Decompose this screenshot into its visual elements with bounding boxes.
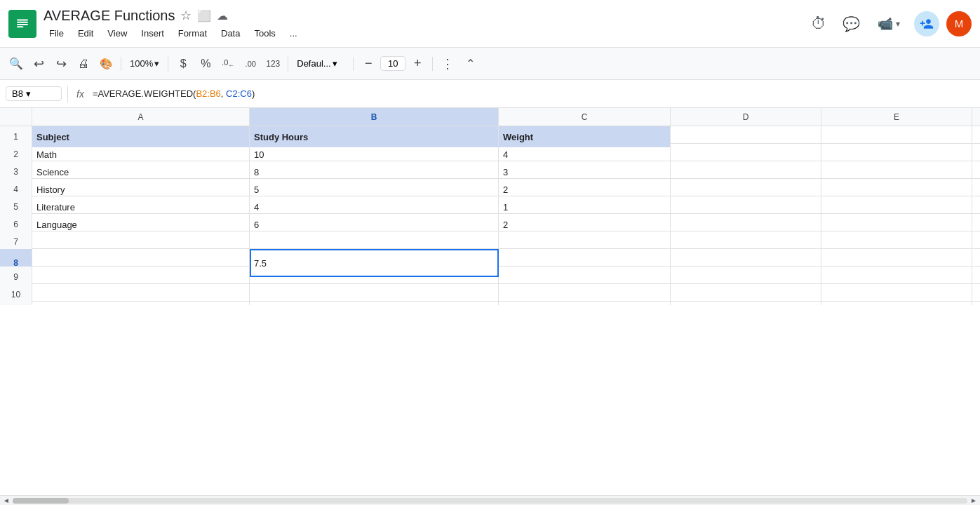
scroll-right-icon[interactable]: ►	[970, 497, 977, 504]
cell-b8[interactable]: 7.5	[250, 249, 499, 277]
row-num-header	[0, 108, 32, 126]
svg-rect-2	[17, 21, 28, 22]
fx-label: fx	[74, 88, 87, 100]
formula-close: )	[252, 88, 255, 99]
col-header-a[interactable]: A	[32, 108, 250, 126]
scroll-left-icon[interactable]: ◄	[3, 497, 10, 504]
currency-button[interactable]: $	[173, 53, 194, 74]
bottom-scrollbar[interactable]: ◄ ►	[0, 495, 980, 505]
font-selector[interactable]: Defaul... ▾	[293, 57, 349, 70]
col-header-c[interactable]: C	[499, 108, 671, 126]
rows-container: 1 Subject Study Hours Weight 2 Math 10 4…	[0, 126, 980, 495]
menu-bar: File Edit View Insert Format Data Tools …	[43, 27, 806, 40]
meet-cam-icon: 📹	[878, 16, 893, 32]
formula-divider	[67, 86, 68, 102]
toolbar-divider-4	[353, 57, 354, 71]
cell-ref-dropdown[interactable]: ▾	[26, 88, 31, 99]
svg-rect-3	[17, 24, 28, 25]
meet-dropdown-icon: ▾	[896, 19, 900, 29]
cell-c10[interactable]	[499, 284, 671, 305]
zoom-dropdown-icon: ▾	[154, 58, 159, 69]
cloud-icon[interactable]: ☁	[217, 9, 228, 22]
active-cell-dot	[496, 275, 499, 277]
percent-icon: %	[201, 58, 210, 70]
formula-range1: B2:B6	[196, 88, 220, 99]
toolbar-divider-3	[288, 57, 288, 71]
redo-button[interactable]: ↪	[51, 53, 72, 74]
cell-a10[interactable]	[32, 284, 250, 305]
svg-rect-4	[17, 26, 23, 27]
formula-range2: C2:C6	[226, 88, 252, 99]
history-button[interactable]: ⏱	[806, 11, 831, 36]
table-row: 3 Science 8 3	[0, 161, 980, 179]
col-header-b[interactable]: B	[250, 108, 499, 126]
menu-insert[interactable]: Insert	[135, 27, 170, 40]
horizontal-scroll-track[interactable]	[13, 498, 967, 504]
menu-tools[interactable]: Tools	[248, 27, 281, 40]
cell-d10[interactable]	[671, 284, 821, 305]
menu-edit[interactable]: Edit	[72, 27, 99, 40]
formula-equals: =AVERAGE.WEIGHTED(	[93, 88, 196, 99]
search-button[interactable]: 🔍	[6, 53, 27, 74]
row-num-10[interactable]: 10	[0, 284, 32, 305]
font-name: Defaul...	[297, 58, 330, 69]
top-bar-actions: ⏱ 💬 📹 ▾ M	[806, 11, 972, 36]
menu-more[interactable]: ...	[284, 27, 303, 40]
doc-title-area: AVERAGE Functions ☆ ⬜ ☁ File Edit View I…	[43, 8, 806, 40]
svg-rect-1	[17, 19, 28, 20]
star-icon[interactable]: ☆	[180, 8, 192, 23]
column-headers: A B C D E	[0, 108, 980, 126]
meet-button[interactable]: 📹 ▾	[871, 12, 907, 36]
print-icon: 🖨	[78, 58, 89, 70]
comments-button[interactable]: 💬	[838, 11, 864, 36]
percent-button[interactable]: %	[195, 53, 216, 74]
undo-icon: ↩	[34, 56, 44, 72]
font-size-increase-button[interactable]: +	[407, 53, 428, 74]
menu-file[interactable]: File	[43, 27, 69, 40]
formula-text: =AVERAGE.WEIGHTED(B2:B6, C2:C6)	[93, 88, 255, 99]
menu-format[interactable]: Format	[173, 27, 213, 40]
print-button[interactable]: 🖨	[73, 53, 94, 74]
add-person-button[interactable]	[914, 11, 939, 36]
table-row: 8 7.5	[0, 249, 980, 267]
cell-b10[interactable]	[250, 284, 499, 305]
font-dropdown-icon: ▾	[333, 58, 337, 69]
collapse-toolbar-button[interactable]: ⌃	[459, 53, 481, 74]
table-row: 10	[0, 284, 980, 302]
number-format-button[interactable]: 123	[262, 53, 283, 74]
formula-bar: B8 ▾ fx =AVERAGE.WEIGHTED(B2:B6, C2:C6)	[0, 80, 980, 108]
formula-comma: ,	[221, 88, 226, 99]
col-header-e[interactable]: E	[821, 108, 972, 126]
toolbar-divider-5	[432, 57, 433, 71]
decimal-decrease-button[interactable]: .0←	[217, 53, 239, 74]
paint-icon: 🎨	[100, 58, 113, 70]
table-row: 5 Literature 4 1	[0, 196, 980, 214]
undo-button[interactable]: ↩	[28, 53, 49, 74]
menu-view[interactable]: View	[102, 27, 133, 40]
toolbar-divider-2	[168, 57, 168, 71]
font-size-input[interactable]: 10	[380, 56, 405, 71]
zoom-selector[interactable]: 100% ▾	[126, 57, 163, 70]
search-icon: 🔍	[9, 57, 23, 70]
col-header-d[interactable]: D	[671, 108, 821, 126]
menu-data[interactable]: Data	[215, 27, 246, 40]
top-bar: AVERAGE Functions ☆ ⬜ ☁ File Edit View I…	[0, 0, 980, 48]
redo-icon: ↪	[56, 56, 67, 72]
currency-icon: $	[180, 58, 187, 70]
font-size-decrease-button[interactable]: −	[358, 53, 379, 74]
horizontal-scroll-thumb[interactable]	[13, 498, 69, 504]
more-options-button[interactable]: ⋮	[437, 53, 458, 74]
folder-icon[interactable]: ⬜	[197, 9, 211, 22]
table-row: 2 Math 10 4	[0, 144, 980, 161]
cell-reference-box[interactable]: B8 ▾	[6, 86, 62, 101]
zoom-value: 100%	[130, 58, 153, 69]
cell-e10[interactable]	[821, 284, 972, 305]
app-logo[interactable]	[8, 10, 36, 38]
decimal-increase-button[interactable]: .00	[240, 53, 261, 74]
toolbar: 🔍 ↩ ↪ 🖨 🎨 100% ▾ $ % .0← .00 123 Defaul.…	[0, 48, 980, 80]
user-avatar[interactable]: M	[946, 11, 972, 36]
table-row: 7	[0, 231, 980, 249]
doc-title-text: AVERAGE Functions	[43, 8, 175, 24]
paint-format-button[interactable]: 🎨	[95, 53, 116, 74]
decimal-decrease-icon: .0←	[222, 58, 234, 69]
